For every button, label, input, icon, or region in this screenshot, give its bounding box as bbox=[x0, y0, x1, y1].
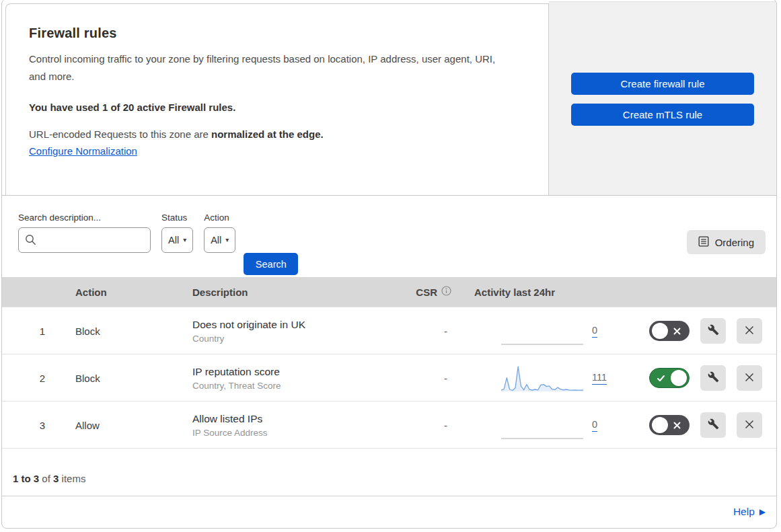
csr-column-header: CSR bbox=[416, 286, 457, 298]
intro-card: Firewall rules Control incoming traffic … bbox=[5, 3, 549, 195]
help-link[interactable]: Help ▶ bbox=[733, 506, 766, 518]
enable-rule-toggle[interactable] bbox=[649, 368, 690, 388]
search-icon bbox=[25, 234, 36, 245]
rule-description: Allow listed IPs bbox=[192, 413, 396, 425]
edit-rule-button[interactable] bbox=[700, 365, 726, 391]
ordering-button[interactable]: Ordering bbox=[687, 230, 766, 254]
info-icon[interactable] bbox=[441, 286, 451, 298]
rule-activity-cell: 111 bbox=[457, 354, 622, 402]
activity-column-header: Activity last 24hr bbox=[457, 287, 622, 298]
ordering-label: Ordering bbox=[715, 237, 754, 248]
create-firewall-rule-button[interactable]: Create firewall rule bbox=[571, 73, 754, 95]
rule-activity-cell: 0 bbox=[457, 307, 622, 354]
action-label: Action bbox=[204, 213, 235, 223]
close-icon bbox=[744, 325, 755, 338]
table-row: 1 Block Does not originate in UK Country… bbox=[2, 307, 776, 354]
status-value: All bbox=[168, 235, 179, 245]
create-mtls-rule-button[interactable]: Create mTLS rule bbox=[571, 104, 754, 126]
enable-rule-toggle[interactable] bbox=[649, 321, 690, 341]
activity-sparkline bbox=[501, 317, 583, 346]
arrow-right-icon: ▶ bbox=[759, 508, 766, 516]
edit-rule-button[interactable] bbox=[700, 412, 726, 438]
rule-fields: Country bbox=[192, 334, 396, 344]
action-value: All bbox=[211, 235, 221, 245]
rule-csr-value: - bbox=[396, 373, 457, 384]
rule-activity-cell: 0 bbox=[457, 402, 622, 449]
enable-rule-toggle[interactable] bbox=[649, 415, 690, 435]
rule-action: Block bbox=[67, 326, 184, 337]
wrench-icon bbox=[708, 371, 719, 385]
actions-panel: Create firewall rule Create mTLS rule bbox=[549, 1, 776, 195]
chevron-down-icon: ▾ bbox=[225, 237, 229, 243]
action-filter-group: Action All ▾ bbox=[204, 213, 235, 277]
items-total: 3 bbox=[53, 473, 59, 484]
rule-csr-value: - bbox=[396, 420, 457, 431]
chevron-down-icon: ▾ bbox=[183, 237, 186, 243]
close-icon bbox=[744, 372, 755, 385]
wrench-icon bbox=[708, 324, 719, 338]
action-select[interactable]: All ▾ bbox=[204, 227, 235, 253]
filter-bar: Search description... Status All ▾ Actio… bbox=[2, 196, 776, 277]
help-bar: Help ▶ bbox=[2, 496, 776, 527]
activity-count-link[interactable]: 0 bbox=[592, 419, 597, 432]
activity-count-link[interactable]: 0 bbox=[592, 325, 597, 338]
search-button[interactable]: Search bbox=[244, 253, 298, 275]
usage-summary: You have used 1 of 20 active Firewall ru… bbox=[29, 102, 521, 113]
normalization-note: URL-encoded Requests to this zone are no… bbox=[29, 128, 521, 140]
toggle-knob bbox=[671, 370, 687, 386]
delete-rule-button[interactable] bbox=[737, 365, 762, 391]
wrench-icon bbox=[708, 418, 719, 432]
search-group: Search description... bbox=[18, 213, 151, 277]
edit-rule-button[interactable] bbox=[700, 318, 726, 344]
delete-rule-button[interactable] bbox=[737, 412, 762, 438]
rule-controls bbox=[622, 365, 776, 391]
action-column-header: Action bbox=[67, 287, 184, 298]
rule-fields: IP Source Address bbox=[192, 428, 396, 438]
search-input[interactable] bbox=[18, 227, 151, 253]
pagination-summary: 1 to 3 of 3 items bbox=[2, 448, 776, 496]
close-icon bbox=[744, 419, 755, 432]
delete-rule-button[interactable] bbox=[737, 318, 762, 344]
header-section: Firewall rules Control incoming traffic … bbox=[2, 0, 776, 196]
search-label: Search description... bbox=[18, 213, 151, 223]
table-row: 2 Block IP reputation score Country, Thr… bbox=[2, 354, 776, 401]
activity-count-link[interactable]: 111 bbox=[592, 372, 607, 385]
rule-action: Block bbox=[67, 373, 184, 384]
table-row: 3 Allow Allow listed IPs IP Source Addre… bbox=[2, 401, 776, 448]
rule-priority: 3 bbox=[2, 420, 67, 431]
page-description: Control incoming traffic to your zone by… bbox=[29, 50, 513, 85]
rule-description-cell: Does not originate in UK Country bbox=[184, 319, 396, 344]
activity-sparkline bbox=[501, 364, 583, 393]
rule-controls bbox=[622, 412, 776, 438]
status-label: Status bbox=[161, 213, 193, 223]
rule-action: Allow bbox=[67, 420, 184, 431]
status-select[interactable]: All ▾ bbox=[161, 227, 193, 253]
table-header: Action Description CSR Activity last 24h… bbox=[2, 277, 776, 307]
rule-priority: 1 bbox=[2, 326, 67, 337]
rule-priority: 2 bbox=[2, 373, 67, 384]
ordering-list-icon bbox=[698, 236, 709, 249]
description-column-header: Description bbox=[184, 287, 396, 298]
firewall-rules-page: Firewall rules Control incoming traffic … bbox=[1, 0, 777, 529]
rule-description: IP reputation score bbox=[192, 366, 396, 378]
rule-controls bbox=[622, 318, 776, 344]
rule-description-cell: Allow listed IPs IP Source Address bbox=[184, 413, 396, 438]
activity-sparkline bbox=[501, 411, 583, 441]
rule-csr-value: - bbox=[396, 326, 457, 337]
page-title: Firewall rules bbox=[29, 26, 521, 41]
normalization-text: URL-encoded Requests to this zone are bbox=[29, 128, 209, 140]
rule-fields: Country, Threat Score bbox=[192, 381, 396, 391]
toggle-knob bbox=[652, 323, 668, 339]
normalization-bold: normalized at the edge. bbox=[211, 128, 324, 140]
rule-description-cell: IP reputation score Country, Threat Scor… bbox=[184, 366, 396, 391]
status-filter-group: Status All ▾ bbox=[161, 213, 193, 277]
items-range: 1 to 3 bbox=[13, 473, 39, 484]
toggle-knob bbox=[652, 417, 668, 433]
configure-normalization-link[interactable]: Configure Normalization bbox=[29, 145, 137, 157]
rule-description: Does not originate in UK bbox=[192, 319, 396, 331]
